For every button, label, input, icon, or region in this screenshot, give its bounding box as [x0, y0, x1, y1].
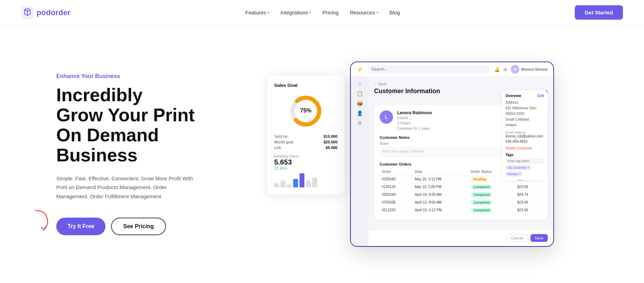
- tags-label: Tags: [505, 153, 544, 157]
- panel-sidebar: ⌂ 📋 📦 👤 ⚙: [351, 77, 368, 246]
- nav-features[interactable]: Features ▾: [245, 9, 269, 15]
- table-row: #76543E April 12, 8:00 AM Completed $23.…: [380, 199, 542, 206]
- customer-avatar: L: [380, 110, 393, 124]
- sidebar-home-icon[interactable]: ⌂: [358, 81, 361, 86]
- cancel-button-bottom[interactable]: Cancel: [507, 234, 528, 242]
- see-pricing-button[interactable]: See Pricing: [111, 218, 166, 235]
- hero-section: Enhance Your Business Incredibly Grow Yo…: [0, 25, 644, 283]
- nav-resources[interactable]: Resources ▾: [350, 9, 378, 15]
- nav-blog[interactable]: Blog: [389, 9, 400, 15]
- status-badge: Completed: [471, 192, 493, 197]
- get-started-button[interactable]: Get Started: [575, 5, 623, 20]
- overview-address: Address831 Wilhemna Glen40553-0293South …: [505, 100, 544, 128]
- lightning-icon: ⚡: [356, 66, 363, 73]
- hero-eyebrow: Enhance Your Business: [56, 73, 239, 79]
- chevron-down-icon: ▾: [376, 11, 378, 14]
- tag-vip: Vip Customer ×: [505, 165, 532, 170]
- logo-icon: [21, 6, 34, 19]
- overview-panel: Overview Edit Address831 Wilhemna Glen40…: [502, 90, 548, 180]
- chevron-down-icon: ▾: [309, 11, 311, 14]
- notification-icon[interactable]: 🔔: [494, 67, 500, 72]
- brand-name: podorder: [37, 8, 71, 17]
- hero-buttons: Try It Free See Pricing: [56, 218, 239, 235]
- save-button-bottom[interactable]: Save: [530, 234, 548, 242]
- chevron-down-icon: ▾: [268, 11, 269, 14]
- status-badge: Completed: [471, 208, 493, 213]
- bar-6: [306, 180, 311, 187]
- customer-meta: Ireland 5 Orders Customer for 2 years: [397, 115, 432, 131]
- table-row: #25534D April 18, 8:00 AM Completed $29.…: [380, 191, 542, 199]
- overview-title: Overview: [505, 94, 521, 98]
- main-dashboard-panel: ⚡ 🔔 ⊞ M Monica Simons ⌂ 📋 📦 👤 ⚙: [350, 62, 554, 247]
- sidebar-users-icon[interactable]: 👤: [357, 110, 363, 116]
- bar-chart: [274, 173, 337, 187]
- arrow-icon: [28, 207, 56, 232]
- bar-2: [281, 180, 285, 187]
- table-row: #51223C April 10, 4:12 PM Completed $23.…: [380, 206, 542, 214]
- sales-goal-widget: Sales Goal 75% Sold for: $15.000 Month g…: [267, 76, 344, 194]
- delete-customer-link[interactable]: Delete Customer: [505, 146, 544, 150]
- tags-input[interactable]: [505, 158, 544, 164]
- panel-icons: 🔔 ⊞ M Monica Simons: [494, 65, 548, 73]
- panel-user: M Monica Simons: [511, 65, 548, 73]
- email-label: Email Address: [505, 131, 544, 134]
- users-widget: Existing Users 5.653 22.45%: [274, 154, 337, 187]
- hero-content: Enhance Your Business Incredibly Grow Yo…: [56, 73, 239, 235]
- edit-link[interactable]: Edit: [537, 94, 544, 98]
- arrow-decoration: [28, 207, 56, 233]
- overview-phone: 636-456-4820: [505, 140, 544, 143]
- hero-headline: Incredibly Grow Your Print On Demand Bus…: [56, 85, 239, 166]
- panel-search-input[interactable]: [368, 65, 490, 73]
- col-order: Order: [380, 168, 413, 175]
- tag-europe: Europe ×: [505, 172, 523, 176]
- customer-details: Lenora Robinson Ireland 5 Orders Custome…: [397, 110, 432, 131]
- panel-bottom-actions: Cancel Save: [351, 230, 553, 246]
- overview-email: lenora_rob@yahoo.com: [505, 134, 544, 138]
- navbar: podorder Features ▾ Integrations ▾ Prici…: [0, 0, 644, 25]
- sidebar-settings-icon[interactable]: ⚙: [358, 120, 362, 126]
- customer-name: Lenora Robinson: [397, 110, 432, 115]
- overview-header: Overview Edit: [505, 94, 544, 98]
- bar-4: [293, 179, 298, 187]
- hero-illustration: Sales Goal 75% Sold for: $15.000 Month g…: [253, 62, 623, 247]
- breadcrumb: ← Back: [374, 82, 548, 86]
- bar-1: [274, 183, 279, 187]
- nav-pricing[interactable]: Pricing: [322, 9, 339, 15]
- table-row: #125128 May 10, 2:00 PM Completed $23.06: [380, 183, 542, 191]
- svg-point-1: [27, 11, 28, 12]
- status-badge: Pending: [471, 177, 489, 182]
- donut-label: 75%: [300, 108, 311, 114]
- try-it-free-button[interactable]: Try It Free: [56, 218, 105, 235]
- bar-7: [312, 178, 317, 187]
- avatar: M: [511, 65, 519, 73]
- panel-topbar: ⚡ 🔔 ⊞ M Monica Simons: [351, 62, 553, 77]
- tags-row: Vip Customer × Europe ×: [505, 165, 544, 176]
- sales-goal-title: Sales Goal: [274, 83, 337, 88]
- nav-integrations[interactable]: Integrations ▾: [281, 9, 311, 15]
- donut-svg: 75%: [288, 94, 323, 129]
- bar-3: [287, 185, 292, 187]
- sidebar-products-icon[interactable]: 📦: [357, 101, 363, 106]
- grid-icon[interactable]: ⊞: [503, 67, 507, 72]
- sales-stats: Sold for: $15.000 Month goal: $20.000 Le…: [274, 134, 337, 150]
- bar-5: [300, 173, 304, 187]
- col-date: Date: [413, 168, 469, 175]
- status-badge: Completed: [471, 185, 493, 189]
- page-title: Customer Information: [374, 88, 440, 95]
- nav-links: Features ▾ Integrations ▾ Pricing Resour…: [245, 9, 400, 15]
- donut-chart: 75%: [274, 94, 337, 129]
- sidebar-orders-icon[interactable]: 📋: [357, 91, 363, 96]
- hero-subtext: Simple. Fast. Effective. Convenient. Gro…: [56, 174, 197, 201]
- orders-table-body: #23534D May 25, 3:12 PM Pending $29.74 #…: [380, 175, 542, 214]
- status-badge: Completed: [471, 200, 493, 205]
- logo-link[interactable]: podorder: [21, 6, 71, 19]
